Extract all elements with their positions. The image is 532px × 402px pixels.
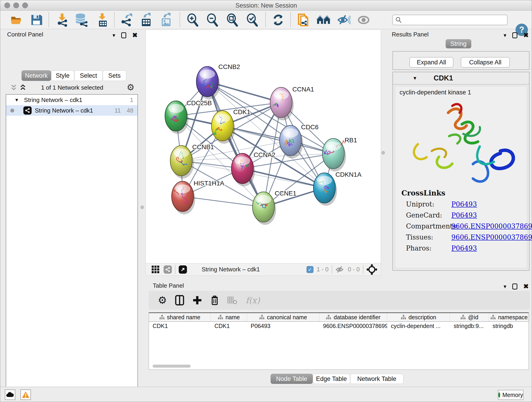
network-node[interactable] xyxy=(170,146,194,179)
crosslink-link[interactable]: P06493 xyxy=(451,211,477,219)
zoom-selected-button[interactable] xyxy=(245,13,259,27)
network-options-gear-icon[interactable]: ⚙ xyxy=(127,82,134,92)
tab-string[interactable]: String xyxy=(446,39,471,48)
network-edge[interactable] xyxy=(207,82,264,207)
network-node[interactable] xyxy=(279,125,303,158)
net-toolbar-divider xyxy=(363,265,363,274)
hide-selected-button[interactable] xyxy=(336,13,351,27)
network-node[interactable] xyxy=(172,181,195,214)
column-header[interactable]: name xyxy=(211,313,247,321)
memory-button[interactable]: Memory xyxy=(498,390,524,400)
network-view-mode-icon[interactable] xyxy=(164,265,172,274)
table-horizontal-scrollbar[interactable] xyxy=(152,365,191,368)
save-session-button[interactable] xyxy=(29,13,44,27)
crosslink-row: Tissues:9606.ENSP00000378699 xyxy=(401,233,532,241)
tab-edge-table[interactable]: Edge Table xyxy=(313,374,350,384)
crosslink-link[interactable]: P06493 xyxy=(451,244,477,252)
zoom-fit-button[interactable] xyxy=(225,13,239,27)
selected-checkbox-icon[interactable]: ✓ xyxy=(307,266,313,273)
show-columns-icon[interactable] xyxy=(175,295,184,306)
panel-menu-icon[interactable]: ▾ xyxy=(504,283,506,290)
crosslink-link[interactable]: 9606.ENSP00000378699 xyxy=(451,222,532,230)
close-panel-icon[interactable]: ✖ xyxy=(132,32,138,39)
close-panel-icon[interactable]: ✖ xyxy=(523,283,529,290)
tab-sets[interactable]: Sets xyxy=(103,70,126,81)
copy-network-button[interactable] xyxy=(296,13,310,27)
warnings-button[interactable] xyxy=(20,389,31,400)
column-header[interactable]: canonical name xyxy=(247,313,319,321)
tab-style[interactable]: Style xyxy=(51,70,74,81)
import-table-icon xyxy=(96,13,109,27)
zoom-in-icon xyxy=(186,13,199,27)
tab-network-table[interactable]: Network Table xyxy=(350,374,404,384)
right-splitter-handle[interactable] xyxy=(381,151,385,154)
show-all-button[interactable] xyxy=(356,13,371,27)
node-table-row[interactable]: CDK1CDK1P064939606.ENSP00000378699cyclin… xyxy=(149,322,529,331)
export-network-button[interactable] xyxy=(119,13,133,27)
tab-network[interactable]: Network xyxy=(22,70,51,81)
network-node[interactable] xyxy=(322,138,346,172)
table-cell[interactable]: CDK1 xyxy=(211,322,247,331)
column-header[interactable]: shared name xyxy=(149,313,211,321)
current-network-dot-icon xyxy=(10,109,14,113)
table-cell[interactable]: CDK1 xyxy=(149,322,211,331)
cloud-status-button[interactable] xyxy=(5,389,15,400)
collapse-all-button[interactable]: Collapse All xyxy=(461,57,510,68)
import-network-button[interactable] xyxy=(55,13,70,27)
export-table-button[interactable] xyxy=(139,13,153,27)
search-icon xyxy=(395,17,402,23)
table-cell[interactable]: 9606.ENSP00000378699 xyxy=(319,322,387,331)
delete-column-icon[interactable] xyxy=(210,295,219,306)
import-table-button[interactable] xyxy=(95,13,109,27)
table-cell[interactable]: P06493 xyxy=(247,322,319,331)
first-neighbors-button[interactable] xyxy=(317,13,331,27)
table-cell[interactable]: stringdb:9... xyxy=(450,322,489,331)
float-panel-icon[interactable] xyxy=(512,283,517,289)
network-node[interactable] xyxy=(313,173,337,206)
birdseye-view-icon[interactable] xyxy=(179,265,187,274)
left-splitter-handle[interactable] xyxy=(140,206,144,209)
zoom-in-button[interactable] xyxy=(186,13,200,27)
close-panel-icon[interactable]: ✖ xyxy=(523,32,529,39)
gene-collapse-caret-icon[interactable]: ▼ xyxy=(413,76,417,81)
network-node-count: 11 xyxy=(114,107,121,114)
crosslink-link[interactable]: 9606.ENSP00000378699 xyxy=(451,233,532,241)
tab-node-table[interactable]: Node Table xyxy=(271,374,313,384)
network-view-canvas[interactable]: CCNB2CCNA1CDC25BCDK1CDC6RB1CCNB1CCNA2HIS… xyxy=(146,30,381,263)
collection-caret-icon[interactable]: ▼ xyxy=(14,97,19,103)
fit-content-target-icon[interactable] xyxy=(367,264,377,275)
network-edge-count: 48 xyxy=(127,107,133,114)
column-header[interactable]: database identifier xyxy=(319,313,387,321)
crosslink-link[interactable]: P06493 xyxy=(451,200,477,208)
tab-select[interactable]: Select xyxy=(74,70,103,81)
float-panel-icon[interactable] xyxy=(512,32,517,38)
expand-all-tree-icon[interactable] xyxy=(19,84,27,91)
table-cell[interactable]: stringdb xyxy=(489,322,529,331)
crosslinks-rows: Uniprot:P06493GeneCard:P06493Compartment… xyxy=(401,200,532,252)
panel-menu-icon[interactable]: ▾ xyxy=(504,32,506,38)
gene-section-header[interactable]: ▼ CDK1 xyxy=(393,72,529,85)
import-network-from-database-button[interactable] xyxy=(74,13,89,27)
column-header[interactable]: @id xyxy=(450,313,489,321)
column-header[interactable]: description xyxy=(387,313,450,321)
float-panel-icon[interactable] xyxy=(121,32,126,38)
network-node[interactable] xyxy=(196,66,220,99)
net-toolbar-divider xyxy=(332,265,332,274)
column-header[interactable]: namespace xyxy=(489,313,529,321)
network-collection-row[interactable]: ▼ String Network – cdk1 1 xyxy=(6,95,138,105)
network-node[interactable] xyxy=(231,153,255,186)
apply-layout-button[interactable] xyxy=(271,13,285,27)
export-image-button[interactable] xyxy=(159,13,173,27)
collapse-all-tree-icon[interactable] xyxy=(10,84,18,91)
search-input[interactable] xyxy=(402,17,505,23)
zoom-out-button[interactable] xyxy=(205,13,220,27)
grid-view-icon[interactable] xyxy=(151,265,160,274)
panel-menu-icon[interactable]: ▾ xyxy=(113,32,115,38)
add-column-icon[interactable] xyxy=(192,295,202,305)
network-node[interactable] xyxy=(253,192,276,225)
expand-all-button[interactable]: Expand All xyxy=(409,57,453,68)
open-session-button[interactable] xyxy=(9,13,23,27)
network-row[interactable]: String Network – cdk1 11 48 xyxy=(6,105,138,116)
table-settings-gear-icon[interactable]: ⚙ xyxy=(158,295,167,305)
table-cell[interactable]: cyclin-dependent ... xyxy=(387,322,450,331)
